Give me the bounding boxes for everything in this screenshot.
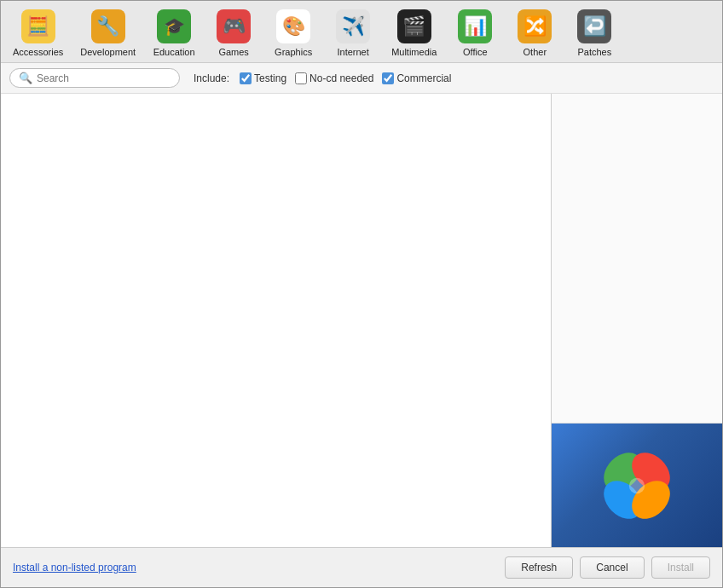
svg-point-4 (629, 477, 645, 493)
install-nonlisted-link[interactable]: Install a non-listed program (13, 562, 498, 574)
other-icon: 🔀 (518, 9, 552, 43)
category-item-education[interactable]: 🎓Education (144, 6, 204, 62)
testing-checkbox[interactable] (240, 72, 252, 84)
nocd-checkbox-item[interactable]: No-cd needed (295, 72, 373, 84)
cancel-button[interactable]: Cancel (580, 556, 644, 579)
nocd-label: No-cd needed (309, 72, 373, 84)
development-label: Development (80, 47, 136, 57)
category-item-patches[interactable]: ↩️Patches (564, 6, 624, 62)
accessories-icon: 🧮 (21, 9, 55, 43)
detail-image (552, 424, 722, 547)
graphics-icon: 🎨 (276, 9, 310, 43)
category-item-multimedia[interactable]: 🎬Multimedia (383, 6, 445, 62)
main-area (1, 94, 722, 547)
multimedia-label: Multimedia (391, 47, 437, 57)
multimedia-icon: 🎬 (397, 9, 431, 43)
patches-icon: ↩️ (577, 9, 611, 43)
category-item-development[interactable]: 🔧Development (72, 6, 144, 62)
footer-buttons: Refresh Cancel Install (505, 556, 710, 579)
category-item-other[interactable]: 🔀Other (505, 6, 564, 62)
category-item-office[interactable]: 📊Office (445, 6, 505, 62)
category-item-internet[interactable]: ✈️Internet (323, 6, 383, 62)
footer: Install a non-listed program Refresh Can… (1, 547, 722, 587)
development-icon: 🔧 (91, 9, 125, 43)
search-box: 🔍 (9, 68, 180, 88)
category-bar: 🧮Accessories🔧Development🎓Education🎮Games… (1, 1, 722, 63)
accessories-label: Accessories (13, 47, 63, 57)
list-panel (1, 94, 552, 547)
nocd-checkbox[interactable] (295, 72, 307, 84)
commercial-checkbox-item[interactable]: Commercial (382, 72, 451, 84)
patches-label: Patches (577, 47, 611, 57)
search-input[interactable] (37, 72, 171, 84)
detail-panel (552, 94, 722, 547)
commercial-label: Commercial (396, 72, 451, 84)
refresh-button[interactable]: Refresh (505, 556, 573, 579)
education-label: Education (153, 47, 195, 57)
graphics-label: Graphics (275, 47, 312, 57)
include-label: Include: (194, 72, 229, 84)
commercial-checkbox[interactable] (382, 72, 394, 84)
education-icon: 🎓 (157, 9, 191, 43)
category-item-games[interactable]: 🎮Games (204, 6, 263, 62)
testing-checkbox-item[interactable]: Testing (240, 72, 286, 84)
office-label: Office (463, 47, 488, 57)
category-item-accessories[interactable]: 🧮Accessories (4, 6, 72, 62)
playonlinux-logo (590, 439, 684, 533)
office-icon: 📊 (458, 9, 492, 43)
games-label: Games (218, 47, 248, 57)
internet-icon: ✈️ (336, 9, 370, 43)
other-label: Other (523, 47, 547, 57)
checkbox-group: Testing No-cd needed Commercial (240, 72, 451, 84)
category-item-graphics[interactable]: 🎨Graphics (263, 6, 323, 62)
filter-bar: 🔍 Include: Testing No-cd needed Commerci… (1, 63, 722, 94)
detail-top (552, 94, 722, 424)
testing-label: Testing (254, 72, 286, 84)
install-button[interactable]: Install (651, 556, 710, 579)
main-window: 🧮Accessories🔧Development🎓Education🎮Games… (0, 0, 723, 588)
search-icon: 🔍 (19, 72, 32, 84)
internet-label: Internet (337, 47, 368, 57)
games-icon: 🎮 (217, 9, 251, 43)
